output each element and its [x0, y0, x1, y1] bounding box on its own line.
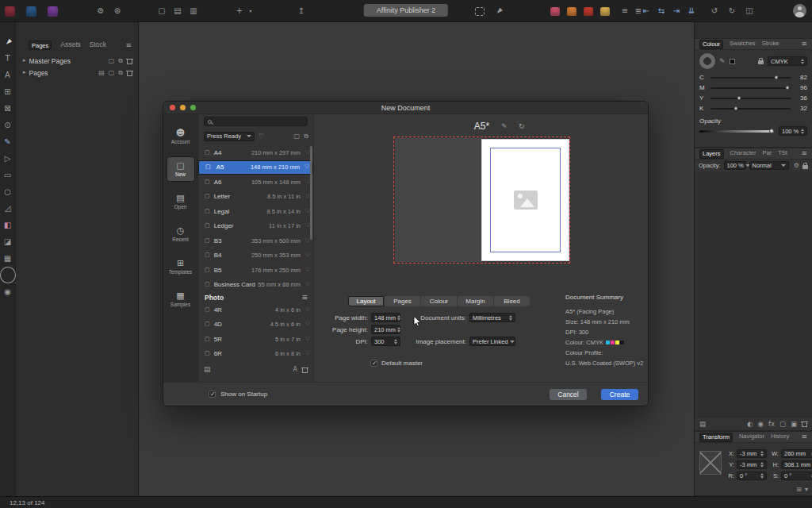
- reset-preview-icon[interactable]: ↻: [519, 123, 525, 130]
- panel-menu-icon[interactable]: ≡: [801, 150, 807, 157]
- mask-layer-icon[interactable]: ◐: [747, 421, 753, 428]
- colour-model-select[interactable]: CMYK: [768, 56, 807, 66]
- slider-track[interactable]: [710, 98, 791, 99]
- rename-preset-icon[interactable]: A: [293, 367, 297, 373]
- panel-menu-icon[interactable]: ≡: [801, 433, 807, 441]
- preset-row[interactable]: ▢4D4.5 in x 6 in♡: [198, 318, 313, 333]
- settings-gear-icon[interactable]: ⚙: [96, 7, 105, 15]
- new-document-icon[interactable]: ▢: [157, 7, 167, 15]
- dpi-select[interactable]: 300: [371, 337, 400, 346]
- current-colour-swatch[interactable]: [730, 59, 735, 64]
- blend-mode-select[interactable]: Normal: [749, 161, 789, 170]
- preset-view-icon[interactable]: ⧉: [304, 133, 308, 140]
- create-button[interactable]: Create: [601, 389, 638, 400]
- delete-page-icon[interactable]: [127, 70, 132, 76]
- tab-pages[interactable]: Pages: [385, 296, 420, 306]
- new-group-icon[interactable]: ▣: [791, 421, 797, 428]
- delete-preset-icon[interactable]: [302, 367, 308, 373]
- fill-tool-icon[interactable]: ◧: [0, 217, 16, 233]
- sidebar-item-samples[interactable]: ▦Samples: [167, 287, 195, 312]
- tab-stroke[interactable]: Stroke: [762, 40, 779, 49]
- sidebar-item-templates[interactable]: ⊞Templates: [167, 254, 195, 279]
- slider-thumb[interactable]: [774, 75, 778, 79]
- transparency-tool-icon[interactable]: ◪: [0, 233, 16, 250]
- picture-frame-ellipse-tool-icon[interactable]: ⊙: [0, 117, 16, 133]
- preset-row[interactable]: ▢A4210 mm x 297 mm♡: [198, 145, 313, 160]
- preset-row[interactable]: ▢B5176 mm x 250 mm♡: [198, 263, 313, 278]
- pages-row[interactable]: ▸ Pages ▤▢⧉: [16, 67, 138, 78]
- delete-layer-icon[interactable]: [802, 421, 807, 427]
- tab-bleed[interactable]: Bleed: [494, 296, 530, 306]
- node-tool-icon[interactable]: ▷: [0, 150, 16, 167]
- tab-tst[interactable]: TSt: [778, 149, 787, 159]
- affinity-publisher-app-icon[interactable]: [48, 6, 58, 17]
- rotate-ccw-icon[interactable]: ↺: [710, 7, 719, 15]
- master-pages-row[interactable]: ▸ Master Pages ▢⧉: [16, 56, 138, 66]
- preset-row[interactable]: ▢4R4 in x 6 in♡: [198, 302, 313, 318]
- favourite-icon[interactable]: ♡: [305, 307, 310, 313]
- artistic-text-tool-icon[interactable]: A: [0, 67, 16, 83]
- transform-x-input[interactable]: -3 mm: [737, 449, 767, 458]
- group-menu-icon[interactable]: ≡: [301, 294, 308, 301]
- c-channel-slider[interactable]: C82: [695, 72, 812, 83]
- k-channel-slider[interactable]: K32: [695, 103, 812, 114]
- transform-w-input[interactable]: 260 mm: [781, 449, 812, 458]
- publisher-persona-icon[interactable]: [584, 7, 593, 16]
- add-master-icon[interactable]: ▢: [109, 58, 115, 64]
- studio-presets-icon[interactable]: ≡: [620, 7, 630, 15]
- preset-row[interactable]: ▢Business Card55 mm x 88 mm♡: [198, 278, 313, 293]
- page-options-icon[interactable]: ▤: [98, 70, 105, 76]
- tab-pages[interactable]: Pages: [29, 40, 52, 50]
- tab-par[interactable]: Par: [762, 149, 772, 159]
- page-height-input[interactable]: 210 mm: [371, 325, 400, 334]
- opacity-value-select[interactable]: 100 %: [779, 126, 807, 136]
- ellipse-tool-icon[interactable]: ○: [0, 183, 16, 200]
- search-input[interactable]: [204, 117, 308, 126]
- colour-selector-icon[interactable]: ◉: [0, 283, 16, 300]
- rotate-cw-icon[interactable]: ↻: [727, 7, 737, 15]
- opacity-slider[interactable]: [699, 130, 774, 133]
- extra-persona-icon[interactable]: [600, 7, 610, 16]
- tab-layers[interactable]: Layers: [699, 149, 724, 159]
- layer-lock-icon[interactable]: [802, 165, 808, 169]
- picture-frame-rectangle-tool-icon[interactable]: ⊠: [0, 100, 16, 117]
- delete-master-icon[interactable]: [127, 58, 132, 64]
- favourite-icon[interactable]: ♡: [304, 164, 309, 170]
- tab-stock[interactable]: Stock: [90, 40, 106, 50]
- save-preset-icon[interactable]: ✎: [501, 123, 508, 130]
- rectangle-tool-icon[interactable]: ▭: [0, 167, 16, 183]
- slider-thumb[interactable]: [785, 86, 789, 90]
- eyedropper-icon[interactable]: ✎: [719, 58, 726, 65]
- snapping-icon[interactable]: [475, 7, 485, 16]
- tab-layout[interactable]: Layout: [348, 296, 384, 306]
- slider-track[interactable]: [710, 87, 791, 89]
- preset-row[interactable]: ▢B4250 mm x 353 mm♡: [198, 248, 313, 264]
- tab-character[interactable]: Character: [730, 149, 756, 159]
- default-master-checkbox[interactable]: [370, 360, 377, 367]
- slider-track[interactable]: [710, 77, 791, 79]
- new-preset-icon[interactable]: ▢: [294, 133, 301, 140]
- add-content-icon[interactable]: +: [235, 7, 244, 15]
- scrollbar-thumb[interactable]: [310, 146, 312, 240]
- designer-persona-icon[interactable]: [550, 7, 560, 16]
- slider-thumb[interactable]: [734, 106, 738, 110]
- open-document-icon[interactable]: ▤: [173, 7, 182, 15]
- favourites-heart-icon[interactable]: ♡: [259, 133, 264, 140]
- vector-crop-tool-icon[interactable]: ▦: [0, 250, 16, 267]
- thumbnail-size-icon[interactable]: ▤: [699, 421, 706, 428]
- cancel-button[interactable]: Cancel: [550, 389, 587, 400]
- disclosure-caret-icon[interactable]: ▸: [23, 58, 26, 64]
- pen-tool-icon[interactable]: ✎: [0, 133, 16, 150]
- favourite-icon[interactable]: ♡: [305, 351, 310, 356]
- page-width-input[interactable]: 148 mm: [371, 313, 400, 322]
- tab-assets[interactable]: Assets: [60, 40, 81, 50]
- favourite-icon[interactable]: ♡: [305, 282, 310, 287]
- align-left-icon[interactable]: ⇤: [642, 7, 651, 15]
- disclosure-caret-icon[interactable]: ▸: [23, 70, 26, 75]
- layer-settings-gear-icon[interactable]: ⚙: [794, 163, 799, 169]
- preset-row[interactable]: ▢6R6 in x 8 in♡: [198, 347, 313, 362]
- adjustment-layer-icon[interactable]: ◉: [757, 421, 763, 428]
- affinity-photo-app-icon[interactable]: [26, 6, 36, 17]
- slider-thumb[interactable]: [769, 129, 774, 133]
- photo-persona-icon[interactable]: [567, 7, 576, 16]
